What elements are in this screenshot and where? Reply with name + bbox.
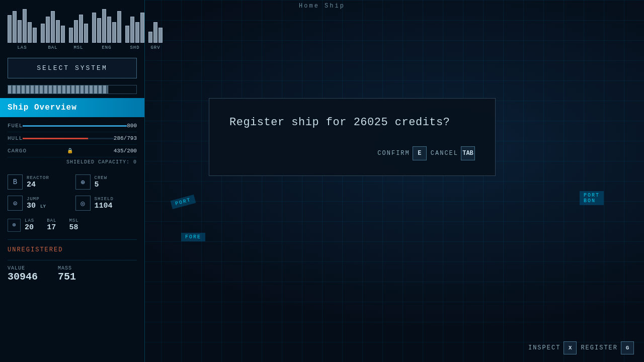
inspect-key[interactable]: X [564, 341, 577, 354]
hull-bar [23, 138, 113, 139]
las-bar-container [8, 8, 37, 43]
section-divider [8, 239, 137, 240]
crew-label: CREW [95, 175, 108, 180]
reactor-stat: B REACTOR 24 [8, 174, 69, 190]
msl-stat: MSL 58 [69, 218, 78, 232]
las-weapon-info: LAS 20 [25, 218, 34, 232]
hull-bar-fill [23, 138, 88, 139]
bar-seg [135, 22, 139, 43]
bar-seg [61, 26, 65, 43]
value-item: VALUE 30946 [8, 265, 38, 283]
msl-weapon-value: 58 [69, 223, 78, 232]
shd-bar-container [125, 8, 144, 43]
bar-seg [92, 13, 96, 43]
mass-amount: 751 [58, 271, 76, 283]
bar-seg [41, 24, 45, 43]
mass-label: MASS [58, 265, 76, 271]
modal-dialog: Register ship for 26025 credits? CONFIRM… [209, 98, 496, 176]
fuel-value: 800 [127, 123, 137, 129]
bar-seg [8, 15, 12, 43]
las-label: LAS [17, 45, 27, 50]
crew-icon: ⊕ [75, 174, 91, 190]
bar-seg [56, 20, 60, 43]
bar-seg [130, 17, 134, 43]
bal-bar-container [41, 8, 65, 43]
bar-seg [117, 11, 121, 43]
modal-buttons: CONFIRM E CANCEL TAB [229, 146, 475, 160]
bar-seg [28, 22, 32, 43]
confirm-key[interactable]: E [413, 146, 427, 160]
msl-weapon-info: MSL 58 [69, 218, 78, 232]
bal-weapon-info: BAL 17 [47, 218, 56, 232]
msl-weapon-label: MSL [69, 218, 78, 223]
bar-seg [74, 20, 78, 43]
bal-label: BAL [48, 45, 57, 50]
bar-seg [97, 18, 101, 43]
shield-value: 1104 [95, 202, 114, 210]
shield-stat: ◎ SHIELD 1104 [75, 196, 137, 211]
fuel-bar [23, 125, 127, 127]
register-key[interactable]: G [621, 341, 634, 354]
value-label: VALUE [8, 265, 38, 271]
stats-section: FUEL 800 HULL 286/793 CARGO 🔒 435/200 SH… [0, 117, 144, 169]
jump-stat: ⊙ JUMP 30 LY [8, 196, 69, 211]
bar-seg [112, 22, 116, 43]
select-system-button[interactable]: SELECT SYSTEM [8, 58, 137, 78]
inspect-label: INSPECT [528, 344, 560, 351]
register-action[interactable]: REGISTER G [581, 341, 634, 354]
shielded-capacity: SHIELDED CAPACITY: 0 [8, 157, 137, 167]
weapons-row: ⊗ LAS 20 BAL 17 MSL 58 [0, 216, 144, 237]
cargo-row: CARGO 🔒 435/200 [8, 145, 137, 157]
bar-seg [107, 17, 111, 43]
mass-item: MASS 751 [58, 265, 76, 283]
eng-bar-container [92, 8, 121, 43]
cancel-label: CANCEL [431, 150, 458, 157]
las-weapon-label: LAS [25, 218, 34, 223]
bar-seg [46, 17, 50, 43]
msl-label: MSL [73, 45, 83, 50]
hull-value: 286/793 [114, 135, 137, 141]
bar-seg [125, 26, 129, 43]
eng-label: ENG [102, 45, 111, 50]
jump-info: JUMP 30 LY [27, 197, 46, 210]
bar-seg [153, 22, 157, 43]
inspect-action[interactable]: INSPECT X [528, 341, 577, 354]
reactor-icon: B [8, 174, 23, 190]
cargo-value: 435/200 [114, 148, 137, 154]
bar-seg [23, 9, 27, 43]
fuel-label: FUEL [8, 123, 23, 129]
cancel-button-group[interactable]: CANCEL TAB [431, 146, 475, 160]
reactor-info: REACTOR 24 [27, 175, 49, 189]
grv-bar-container [148, 8, 163, 43]
stats-grid: B REACTOR 24 ⊕ CREW 5 ⊙ JUMP 30 LY [0, 169, 144, 216]
bar-seg [79, 15, 83, 43]
bal-stat: BAL 17 [47, 218, 56, 232]
left-panel: LAS BAL MSL [0, 0, 145, 362]
bal-weapon-value: 17 [47, 223, 56, 232]
las-stat: ⊗ LAS 20 [8, 218, 34, 232]
modal-text: Register ship for 26025 credits? [229, 116, 475, 129]
grv-bars: GRV [148, 8, 163, 50]
progress-bar [8, 85, 137, 94]
port-right-label: PORTBON [580, 191, 604, 205]
shield-icon: ◎ [75, 196, 91, 211]
bar-seg [140, 13, 144, 43]
jump-icon: ⊙ [8, 196, 23, 211]
crew-info: CREW 5 [95, 175, 108, 189]
cargo-label: CARGO [8, 148, 27, 154]
shd-bars: SHD [125, 8, 144, 50]
section-divider-2 [8, 260, 137, 260]
jump-label: JUMP [27, 197, 46, 202]
cancel-key[interactable]: TAB [461, 146, 475, 160]
confirm-button-group[interactable]: CONFIRM E [377, 146, 426, 160]
las-bars: LAS [8, 8, 37, 50]
bar-seg [51, 11, 55, 43]
bal-weapon-label: BAL [47, 218, 56, 223]
value-amount: 30946 [8, 271, 38, 283]
bal-bars: BAL [41, 8, 65, 50]
home-ship-label: Home Ship [299, 3, 345, 10]
bar-seg [69, 28, 73, 43]
bar-seg [158, 28, 163, 43]
bar-seg [102, 9, 106, 43]
shield-label: SHIELD [95, 197, 114, 202]
